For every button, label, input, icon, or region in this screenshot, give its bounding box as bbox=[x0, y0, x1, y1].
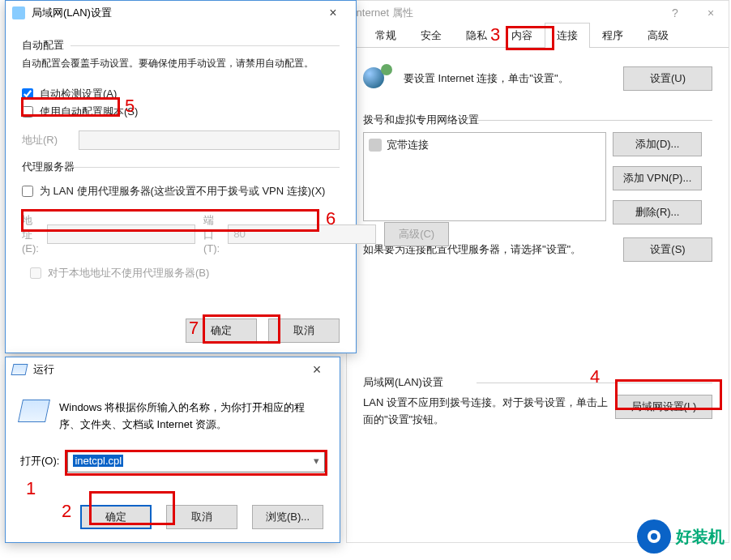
connection-icon bbox=[369, 139, 382, 152]
add-vpn-button[interactable]: 添加 VPN(P)... bbox=[613, 166, 702, 190]
tab-strip: 常规 安全 隐私 内容 连接 程序 高级 bbox=[347, 25, 729, 48]
setup-button[interactable]: 设置(U) bbox=[623, 66, 712, 91]
lan-hint: LAN 设置不应用到拨号连接。对于拨号设置，单击上面的"设置"按钮。 bbox=[363, 395, 615, 429]
proxy-label: 为 LAN 使用代理服务器(这些设置不用于拨号或 VPN 连接)(X) bbox=[40, 184, 325, 199]
internet-properties-window: Internet 属性 ? × 常规 安全 隐私 内容 连接 程序 高级 要设置… bbox=[346, 0, 729, 543]
auto-config-head: 自动配置 bbox=[22, 38, 340, 53]
help-button[interactable]: ? bbox=[657, 2, 693, 24]
open-combobox[interactable]: inetcpl.cpl ▾ bbox=[67, 450, 325, 472]
tab-advanced[interactable]: 高级 bbox=[635, 23, 681, 48]
window-title: 局域网(LAN)设置 bbox=[32, 6, 112, 20]
address-field bbox=[79, 130, 340, 150]
auto-config-note: 自动配置会覆盖手动设置。要确保使用手动设置，请禁用自动配置。 bbox=[22, 56, 340, 71]
bypass-label: 对于本地地址不使用代理服务器(B) bbox=[48, 266, 209, 280]
port-label: 端口(T): bbox=[203, 213, 220, 254]
auto-script-checkbox[interactable]: 使用自动配置脚本(S) bbox=[22, 103, 340, 121]
ok-button[interactable]: 确定 bbox=[186, 318, 257, 343]
ok-button[interactable]: 确定 bbox=[80, 505, 152, 529]
watermark-text: 好装机 bbox=[676, 526, 725, 548]
close-button[interactable]: × bbox=[693, 2, 729, 24]
open-label: 打开(O): bbox=[20, 454, 59, 468]
tab-content[interactable]: 内容 bbox=[499, 23, 545, 48]
port-field bbox=[228, 224, 376, 244]
auto-script-input[interactable] bbox=[22, 106, 33, 118]
run-big-icon bbox=[18, 400, 50, 422]
watermark: 好装机 bbox=[637, 519, 725, 554]
tab-security[interactable]: 安全 bbox=[408, 23, 454, 48]
auto-detect-checkbox[interactable]: 自动检测设置(A) bbox=[22, 85, 340, 103]
setup-hint: 要设置 Internet 连接，单击"设置"。 bbox=[404, 71, 623, 86]
add-button[interactable]: 添加(D)... bbox=[613, 132, 702, 156]
run-icon bbox=[11, 364, 28, 375]
bypass-input bbox=[30, 267, 41, 279]
open-value: inetcpl.cpl bbox=[73, 455, 123, 467]
window-title: Internet 属性 bbox=[353, 6, 413, 20]
proxy-checkbox[interactable]: 为 LAN 使用代理服务器(这些设置不用于拨号或 VPN 连接)(X) bbox=[22, 182, 340, 200]
proxy-input[interactable] bbox=[22, 186, 33, 197]
close-button[interactable]: × bbox=[301, 361, 333, 378]
cancel-button[interactable]: 取消 bbox=[268, 318, 340, 343]
delete-button[interactable]: 删除(R)... bbox=[613, 200, 702, 224]
auto-script-label: 使用自动配置脚本(S) bbox=[40, 105, 138, 119]
tab-programs[interactable]: 程序 bbox=[590, 23, 635, 48]
titlebar: 运行 × bbox=[6, 357, 340, 382]
lan-settings-button[interactable]: 局域网设置(L) bbox=[615, 395, 712, 419]
titlebar: Internet 属性 ? × bbox=[347, 1, 729, 25]
tab-general[interactable]: 常规 bbox=[363, 23, 408, 48]
address-label: 地址(R) bbox=[22, 133, 71, 147]
auto-detect-input[interactable] bbox=[22, 88, 33, 100]
run-dialog: 运行 × Windows 将根据你所输入的名称，为你打开相应的程序、文件夹、文档… bbox=[5, 357, 340, 543]
auto-detect-label: 自动检测设置(A) bbox=[40, 87, 117, 101]
app-icon bbox=[12, 6, 25, 19]
proxy-address-label: 地址(E): bbox=[22, 213, 39, 254]
eye-icon bbox=[637, 519, 671, 554]
proxy-address-field bbox=[47, 224, 195, 244]
tab-privacy[interactable]: 隐私 bbox=[454, 23, 499, 48]
chevron-down-icon[interactable]: ▾ bbox=[308, 451, 324, 472]
connection-listbox[interactable]: 宽带连接 bbox=[363, 132, 606, 221]
browse-button[interactable]: 浏览(B)... bbox=[252, 505, 323, 529]
run-description: Windows 将根据你所输入的名称，为你打开相应的程序、文件夹、文档或 Int… bbox=[59, 400, 325, 434]
cancel-button[interactable]: 取消 bbox=[166, 505, 237, 529]
settings-button[interactable]: 设置(S) bbox=[623, 237, 712, 262]
lan-section-head: 局域网(LAN)设置 bbox=[363, 375, 712, 390]
advanced-button: 高级(C) bbox=[384, 222, 449, 246]
proxy-head: 代理服务器 bbox=[22, 160, 340, 174]
titlebar: 局域网(LAN)设置 × bbox=[6, 1, 356, 25]
window-title: 运行 bbox=[33, 362, 54, 377]
dial-section-head: 拨号和虚拟专用网络设置 bbox=[363, 113, 712, 127]
globe-icon bbox=[363, 64, 392, 93]
tab-connections[interactable]: 连接 bbox=[545, 23, 590, 48]
lan-settings-dialog: 局域网(LAN)设置 × 自动配置 自动配置会覆盖手动设置。要确保使用手动设置，… bbox=[5, 0, 357, 353]
connection-label: 宽带连接 bbox=[387, 138, 429, 152]
list-item[interactable]: 宽带连接 bbox=[369, 138, 601, 152]
close-button[interactable]: × bbox=[317, 6, 349, 20]
